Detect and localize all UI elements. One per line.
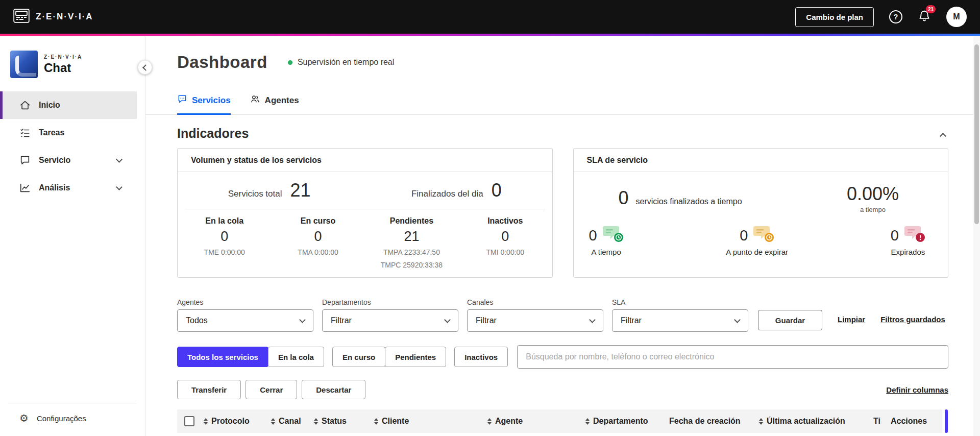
table-header-row: Protocolo Canal Status Cliente Agente [177,409,942,433]
stat-pendientes: Pendientes 21 TMPA 2233:47:50 TMPC 25920… [365,216,458,277]
services-table: Protocolo Canal Status Cliente Agente [177,409,948,433]
sla-card: SLA de servicio 0 servicios finalizados … [573,148,949,278]
departamentos-select[interactable]: Filtrar [322,309,458,332]
sla-percent: 0.00% a tiempo [847,183,899,213]
sidebar: Z·E·N·V·I·A Chat Inicio [0,36,145,436]
sidebar-item-label: Inicio [39,101,60,110]
column-canal[interactable]: Canal [271,417,314,426]
column-departamento[interactable]: Departamento [585,417,669,426]
filter-canales: Canales Filtrar [467,298,603,332]
sla-select[interactable]: Filtrar [612,309,748,332]
discard-button[interactable]: Descartar [302,380,365,399]
column-status[interactable]: Status [314,417,374,426]
sidebar-item-analisis[interactable]: Análisis [0,174,137,202]
tab-label: Servicios [192,95,231,106]
services-total: Servicios total 21 [228,180,311,201]
notifications-button[interactable]: 21 [918,9,931,25]
column-acciones: Acciones [891,417,942,426]
sidebar-item-tareas[interactable]: Tareas [0,119,137,147]
sidebar-item-servicio[interactable]: Servicio [0,147,137,174]
sidebar-item-inicio[interactable]: Inicio [0,91,137,119]
chevron-down-icon [116,156,122,163]
realtime-status-label: Supervisión en tiempo real [298,58,394,67]
filter-sla: SLA Filtrar [612,298,748,332]
collapse-indicators-button[interactable] [938,127,948,140]
tab-servicios[interactable]: Servicios [177,94,231,115]
service-tab-pendientes[interactable]: Pendientes [385,347,446,367]
agentes-select[interactable]: Todos [177,309,313,332]
sidebar-item-label: Tareas [39,128,64,137]
finalized-today-value: 0 [492,180,502,201]
column-protocolo[interactable]: Protocolo [204,417,271,426]
tasks-icon [19,127,31,138]
saved-filters-link[interactable]: Filtros guardados [880,315,945,324]
canales-select[interactable]: Filtrar [467,309,603,332]
zenvia-logo-icon [13,9,30,25]
home-icon [19,100,31,111]
notification-badge: 21 [926,5,936,13]
sidebar-item-configuracoes[interactable]: ⚙ Configurações [0,406,137,430]
page-scrollbar-thumb[interactable] [974,44,979,224]
sidebar-menu: Inicio Tareas Servicio [0,91,145,202]
topbar: Z·E·N·V·I·A Cambio de plan ? 21 M [0,0,980,34]
chat-bubble-icon [19,155,31,166]
clear-filters-link[interactable]: Limpiar [838,315,865,324]
service-tab-en-la-cola[interactable]: En la cola [268,347,324,367]
tab-label: Agentes [265,95,299,106]
brand-text: Z·E·N·V·I·A [36,12,93,22]
table-scrollbar-thumb[interactable] [945,409,948,433]
chevron-up-icon [940,133,946,139]
zenvia-chat-logo: Z·E·N·V·I·A Chat [0,36,145,89]
chevron-left-icon [142,64,149,71]
sidebar-collapse-button[interactable] [138,60,152,75]
sort-icon[interactable] [585,418,590,425]
sla-ontime-icon [602,225,624,246]
service-tab-inactivos[interactable]: Inactivos [454,347,508,367]
column-cliente[interactable]: Cliente [374,417,487,426]
status-dot-icon [288,60,292,65]
chevron-down-icon [589,317,596,323]
stat-en-curso: En curso 0 TMA 0:00:00 [271,216,364,277]
zenvia-logo[interactable]: Z·E·N·V·I·A [13,9,93,25]
chevron-down-icon [116,184,122,190]
services-total-value: 21 [290,180,311,201]
search-input[interactable] [517,345,948,369]
column-agente[interactable]: Agente [487,417,585,426]
select-all-checkbox[interactable] [184,416,194,426]
service-tab-todos[interactable]: Todos los servicios [177,347,268,367]
sort-icon[interactable] [204,418,208,425]
sidebar-item-label: Análisis [39,183,70,192]
sla-stat-a-punto-de-expirar: 0 [726,225,788,256]
volume-status-card: Volumen y status de los servicios Servic… [177,148,553,278]
sort-icon[interactable] [487,418,492,425]
sidebar-item-label: Servicio [39,156,70,165]
sla-expiring-icon [753,225,774,246]
sort-icon[interactable] [314,418,318,425]
column-ultima-actualizacion[interactable]: Última actualización [759,417,873,426]
gear-icon: ⚙ [19,413,29,423]
column-tiempo[interactable]: Ti [873,417,891,426]
indicators-title: Indicadores [177,126,249,141]
close-button[interactable]: Cerrar [246,380,297,399]
page-title: Dashboard [177,53,267,72]
chart-icon [19,182,31,193]
column-fecha-creacion[interactable]: Fecha de creación [669,417,759,426]
page-scrollbar-track[interactable] [973,36,980,436]
service-tab-en-curso[interactable]: En curso [332,347,385,367]
sla-finalized: 0 servicios finalizados a tiempo [619,187,742,209]
agents-tab-icon [250,94,260,107]
save-filters-button[interactable]: Guardar [758,310,822,330]
sort-icon[interactable] [271,418,275,425]
help-button[interactable]: ? [889,10,902,23]
avatar[interactable]: M [946,7,967,27]
sla-expired-icon [904,225,925,246]
change-plan-button[interactable]: Cambio de plan [795,7,874,27]
sort-icon[interactable] [759,418,763,425]
define-columns-link[interactable]: Definir columnas [886,385,948,394]
tab-agentes[interactable]: Agentes [250,94,299,115]
sla-card-title: SLA de servicio [574,149,948,172]
chat-logo-product: Chat [44,61,82,75]
sort-icon[interactable] [374,418,378,425]
transfer-button[interactable]: Transferir [177,380,241,399]
chevron-down-icon [444,317,451,323]
